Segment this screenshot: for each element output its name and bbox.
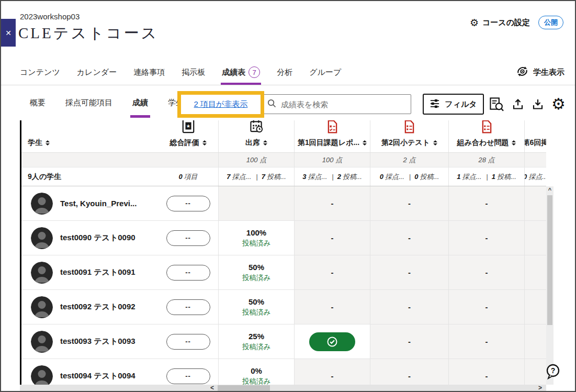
points-row: 100 点 100 点 2 点 28 点: [21, 153, 546, 167]
search-records-button[interactable]: [489, 97, 504, 111]
attendance-cell[interactable]: 100%投稿済み: [218, 221, 294, 255]
grade-cell[interactable]: -: [294, 186, 370, 220]
avatar: [31, 296, 53, 318]
horizontal-scrollbar[interactable]: < >: [20, 385, 546, 392]
attendance-cell[interactable]: 50%投稿済み: [218, 290, 294, 324]
gradebook-settings-button[interactable]: ⚙: [551, 96, 566, 112]
tab-groups[interactable]: グループ: [309, 60, 341, 85]
tab-announcements[interactable]: 連絡事項: [133, 60, 165, 85]
attendance-cell[interactable]: 25%投稿済み: [218, 324, 294, 359]
help-button[interactable]: ?: [545, 363, 561, 381]
upload-button[interactable]: [512, 98, 524, 110]
overall-grade-cell[interactable]: --: [158, 290, 218, 324]
scroll-left-arrow[interactable]: <: [210, 384, 214, 391]
check-circle-pill[interactable]: [309, 332, 355, 351]
grade-cell[interactable]: [524, 290, 546, 324]
overall-grade-pill: --: [166, 196, 210, 211]
attendance-cell[interactable]: 0%投稿済み: [218, 359, 294, 385]
overall-grade-pill: --: [166, 368, 210, 384]
download-button[interactable]: [532, 98, 544, 110]
grade-cell[interactable]: -: [294, 290, 370, 324]
tab-contents[interactable]: コンテンツ: [20, 60, 60, 85]
scroll-up-arrow[interactable]: ^: [546, 187, 554, 193]
student-preview-button[interactable]: 学生表示: [516, 60, 564, 85]
grade-cell[interactable]: -: [448, 186, 524, 220]
grade-cell[interactable]: -: [370, 290, 448, 324]
document-search-icon: [489, 97, 504, 111]
students-count: 9人の学生: [21, 167, 158, 186]
overall-grade-cell[interactable]: --: [158, 186, 218, 220]
avatar: [31, 331, 53, 353]
points-cell: 2 点: [370, 153, 448, 167]
grade-cell[interactable]: [524, 324, 546, 359]
sort-icon: [512, 140, 516, 145]
overall-grade-cell[interactable]: --: [158, 255, 218, 289]
grade-cell[interactable]: -: [370, 359, 448, 385]
column-header-sixth[interactable]: 第6回掲: [524, 120, 546, 152]
student-cell[interactable]: test0093 テスト0093: [21, 324, 158, 359]
column-header-test2[interactable]: 第2回小テスト: [370, 120, 448, 152]
close-icon: ✕: [5, 29, 12, 37]
student-cell[interactable]: test0091 テスト0091: [21, 255, 158, 289]
student-preview-label: 学生表示: [533, 68, 564, 77]
grade-cell-submitted[interactable]: [294, 324, 370, 359]
grade-cell[interactable]: -: [448, 359, 524, 385]
grade-cell[interactable]: [524, 221, 546, 255]
grade-cell[interactable]: -: [448, 324, 524, 359]
grade-cell[interactable]: [524, 255, 546, 289]
column-header-matching[interactable]: 組み合わせ問題: [448, 120, 524, 152]
column-header-overall[interactable]: ★ 総合評価: [158, 120, 218, 152]
course-settings-button[interactable]: ⚙ コースの設定: [470, 18, 530, 28]
subtab-overview[interactable]: 概要: [30, 85, 46, 120]
student-cell[interactable]: test0094 テスト0094: [21, 359, 158, 385]
gradebook-count-badge: 7: [249, 66, 260, 78]
close-panel-button[interactable]: ✕: [1, 19, 16, 47]
grade-cell[interactable]: -: [294, 255, 370, 289]
student-cell[interactable]: test0092 テスト0092: [21, 290, 158, 324]
grade-cell[interactable]: -: [448, 290, 524, 324]
attendance-cell[interactable]: [218, 186, 294, 220]
column-header-assignment1[interactable]: 第1回目課題レポ...: [294, 120, 370, 152]
student-cell[interactable]: test0090 テスト0090: [21, 221, 158, 255]
overall-grade-cell[interactable]: --: [158, 359, 218, 385]
column-header-attendance[interactable]: 出席: [218, 120, 294, 152]
course-navbar: コンテンツ カレンダー 連絡事項 掲示板 成績表 7 分析 グループ 学生表示: [1, 60, 575, 85]
column-stats: 0採点...: [524, 167, 546, 186]
svg-text:?: ?: [551, 366, 556, 375]
subtab-gradable-items[interactable]: 採点可能項目: [65, 85, 112, 120]
tab-calendar[interactable]: カレンダー: [77, 60, 117, 85]
tab-discussions[interactable]: 掲示板: [182, 60, 205, 85]
overall-grade-cell[interactable]: --: [158, 221, 218, 255]
assignment-icon: [327, 120, 338, 136]
tab-analytics[interactable]: 分析: [277, 60, 292, 85]
avatar: [31, 365, 53, 385]
gradebook-search[interactable]: [261, 94, 411, 114]
search-input[interactable]: [281, 100, 411, 109]
grade-cell[interactable]: [524, 359, 546, 385]
grade-cell[interactable]: -: [448, 255, 524, 289]
filter-button[interactable]: フィルタ: [423, 94, 484, 115]
overall-grade-cell[interactable]: --: [158, 324, 218, 359]
vertical-scroll-thumb[interactable]: [547, 195, 552, 325]
scroll-right-arrow[interactable]: >: [538, 384, 542, 391]
grade-cell[interactable]: -: [370, 221, 448, 255]
grade-cell[interactable]: -: [370, 186, 448, 220]
publish-status-badge[interactable]: 公開: [538, 16, 563, 29]
hidden-items-link[interactable]: 2 項目が非表示: [194, 99, 248, 109]
grid-header-row: 学生 ★ 総合評価: [21, 120, 546, 153]
column-header-student[interactable]: 学生: [21, 120, 158, 152]
grade-cell[interactable]: -: [370, 255, 448, 289]
student-name: test0090 テスト0090: [60, 233, 135, 243]
grade-cell[interactable]: -: [294, 359, 370, 385]
tab-gradebook[interactable]: 成績表 7: [222, 60, 260, 85]
grade-cell[interactable]: -: [294, 221, 370, 255]
grade-cell[interactable]: -: [370, 324, 448, 359]
grade-cell[interactable]: [524, 186, 546, 220]
grade-cell[interactable]: -: [448, 221, 524, 255]
points-cell: [524, 153, 546, 167]
subtab-grades[interactable]: 成績: [132, 85, 148, 120]
horizontal-scroll-thumb[interactable]: [218, 385, 270, 391]
student-cell[interactable]: Test, Kyouin_Previ...: [21, 186, 158, 220]
vertical-scrollbar[interactable]: ^: [546, 186, 554, 385]
attendance-cell[interactable]: 50%投稿済み: [218, 255, 294, 289]
